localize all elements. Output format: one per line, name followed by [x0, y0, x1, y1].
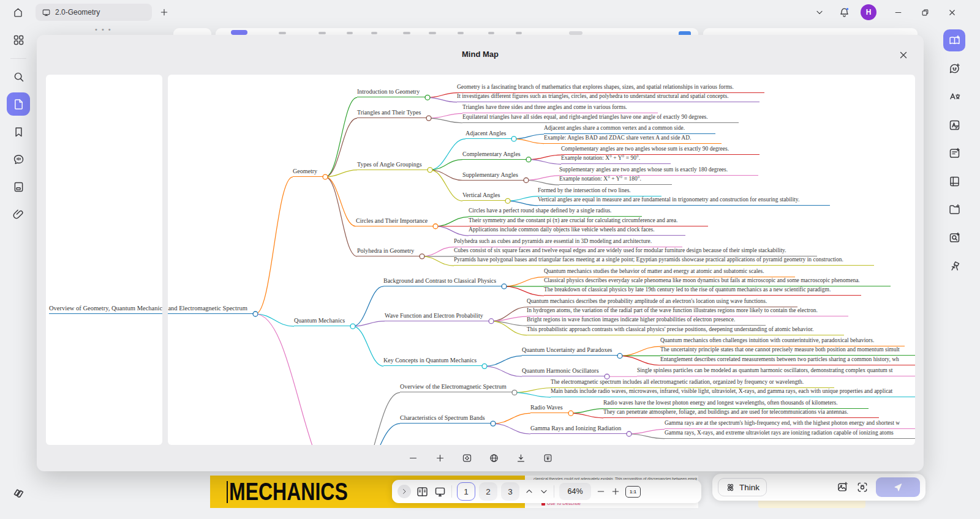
page-button-3[interactable]: 3: [501, 482, 519, 501]
monitor-icon: [42, 8, 51, 17]
apps-icon: [12, 34, 25, 47]
zoom-level[interactable]: 64%: [559, 483, 591, 500]
next-page-button[interactable]: [539, 487, 549, 496]
sidebar-item-folder-ai[interactable]: [943, 198, 965, 220]
send-icon: [893, 482, 903, 492]
home-icon: [12, 7, 24, 18]
sidebar-item-reader-ai[interactable]: [943, 29, 965, 51]
mindmap-link: [325, 177, 356, 226]
mindmap-link: [430, 170, 462, 201]
restore-button[interactable]: [916, 3, 934, 21]
sidebar-item-notebook[interactable]: [943, 170, 965, 192]
plus-icon: [159, 7, 169, 17]
mindmap-leaf: This probabilistic approach contrasts wi…: [527, 324, 844, 335]
mindmap-node: Overview of the Electromagnetic Spectrum: [400, 381, 513, 392]
node-toggle[interactable]: [428, 168, 432, 173]
mindmap-node: Background and Contrast to Classical Phy…: [383, 275, 502, 286]
translate-box-icon: [948, 119, 961, 132]
actual-size-button[interactable]: 1:1: [625, 486, 641, 498]
add-image-button[interactable]: [837, 481, 849, 493]
node-toggle[interactable]: [482, 364, 487, 368]
mindmap-left-pane: Overview of Geometry, Quantum Mechanics,…: [46, 75, 162, 445]
mindmap-node: Types of Angle Groupings: [357, 159, 428, 170]
page-button-2[interactable]: 2: [479, 482, 497, 501]
node-toggle[interactable]: [526, 157, 531, 162]
mindmap-link: [620, 356, 660, 365]
node-toggle[interactable]: [350, 324, 355, 329]
sidebar-item-translate-ai[interactable]: [943, 86, 965, 108]
node-toggle[interactable]: [491, 421, 496, 426]
fit-screen-button[interactable]: [462, 453, 472, 463]
sidebar-item-slides[interactable]: [7, 175, 30, 198]
mindmap-node: Quantum Mechanics: [294, 315, 351, 326]
text-cursor: [227, 481, 228, 503]
think-toggle[interactable]: Think: [718, 478, 767, 496]
dropdown-button[interactable]: [810, 3, 829, 21]
minimize-button[interactable]: [889, 3, 907, 21]
mindmap-leaf: Vertical angles are equal in measure and…: [538, 195, 830, 206]
node-toggle[interactable]: [323, 174, 328, 179]
mindmap-node: Quantum Uncertainty and Paradoxes: [522, 345, 618, 356]
mindmap-leaf: Example notation: X° + Y° = 180°.: [559, 174, 672, 185]
expand-button[interactable]: [398, 485, 411, 498]
sidebar-item-bookmark[interactable]: [7, 120, 30, 143]
page-button-1[interactable]: 1: [457, 482, 475, 501]
mindmap-link: [571, 409, 603, 414]
voice-chat-icon: [12, 153, 25, 166]
node-toggle[interactable]: [568, 411, 573, 416]
node-toggle[interactable]: [502, 284, 507, 289]
mindmap-node: Geometry: [293, 166, 323, 177]
reader-view-button[interactable]: [416, 485, 429, 498]
close-window-button[interactable]: [943, 3, 961, 21]
mindmap-link: [428, 97, 457, 102]
sidebar-item-voice-chat[interactable]: [7, 147, 30, 171]
zoom-out-button[interactable]: [596, 487, 606, 496]
sidebar-item-search[interactable]: [7, 65, 30, 88]
mindmap-node: Wave Function and Electron Probability: [385, 310, 489, 321]
screenshot-button[interactable]: [856, 481, 869, 493]
home-button[interactable]: [9, 3, 27, 21]
sidebar-item-summary-ai[interactable]: [943, 142, 965, 164]
export-button[interactable]: [543, 453, 553, 463]
mindmap-leaf: Equilateral triangles have all sides equ…: [462, 112, 739, 123]
notifications-button[interactable]: [835, 3, 853, 21]
sidebar-item-translate-box[interactable]: [943, 114, 965, 136]
zoom-in-button[interactable]: [435, 453, 445, 463]
presenter-button[interactable]: [434, 485, 447, 498]
chevron-down-icon: [815, 7, 824, 17]
mindmap-link: [435, 217, 469, 226]
sidebar-divider: [10, 58, 26, 59]
zoom-out-button[interactable]: [408, 453, 418, 463]
mindmap-link: [353, 321, 385, 326]
left-sidebar: [0, 24, 37, 519]
theme-palette-button[interactable]: [12, 484, 26, 499]
sidebar-item-search-ai[interactable]: [943, 226, 965, 248]
mindmap-link: [514, 134, 544, 139]
new-tab-button[interactable]: [155, 3, 173, 21]
sidebar-item-explore[interactable]: [943, 255, 965, 277]
send-button[interactable]: [876, 477, 920, 497]
sidebar-item-chat-ai[interactable]: [943, 58, 965, 80]
mindmap-link: [629, 434, 665, 439]
mindmap-link: [514, 388, 551, 393]
document-tab[interactable]: 2.0-Geometry: [36, 4, 152, 21]
close-icon: [948, 8, 957, 17]
modal-close-button[interactable]: [898, 50, 909, 61]
node-toggle[interactable]: [524, 178, 529, 183]
download-button[interactable]: [516, 453, 526, 463]
node-toggle[interactable]: [253, 312, 258, 316]
mindmap-link: [484, 356, 522, 366]
sidebar-item-paperclip[interactable]: [7, 203, 30, 226]
language-button[interactable]: [489, 453, 499, 463]
previous-page-button[interactable]: [524, 487, 534, 496]
node-toggle[interactable]: [512, 390, 517, 395]
atom-icon: [725, 482, 736, 493]
node-toggle[interactable]: [489, 319, 494, 324]
mindmap-canvas[interactable]: Overview of Geometry, Quantum Mechanics,…: [168, 75, 915, 445]
chevron-right-icon: [401, 488, 408, 495]
mindmap-link: [422, 247, 454, 256]
sidebar-item-apps[interactable]: [7, 28, 30, 51]
avatar[interactable]: H: [861, 4, 876, 20]
sidebar-item-document[interactable]: [7, 92, 30, 116]
zoom-in-button[interactable]: [611, 487, 620, 496]
